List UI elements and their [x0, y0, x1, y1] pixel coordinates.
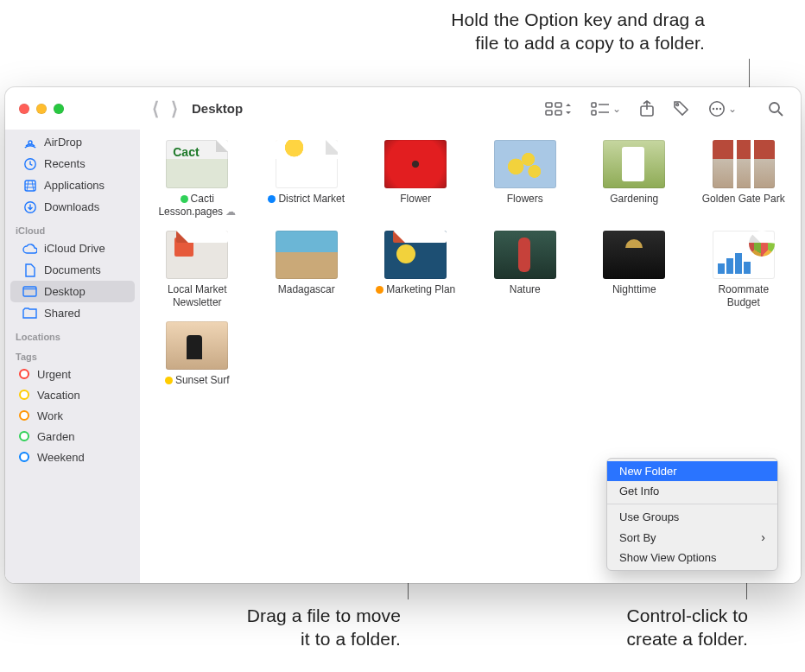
zoom-button[interactable] [54, 104, 64, 114]
file-item[interactable]: District Market [254, 140, 360, 219]
file-item[interactable]: RoommateBudget [691, 231, 797, 309]
file-item[interactable]: Madagascar [254, 231, 360, 309]
tag-dot-icon [19, 431, 29, 441]
sidebar-tag-weekend[interactable]: Weekend [5, 447, 140, 467]
window-title: Desktop [178, 101, 243, 116]
clock-icon [22, 156, 37, 171]
minimize-button[interactable] [36, 104, 47, 114]
svg-rect-0 [546, 103, 552, 107]
callout-top: Hold the Option key and drag a file to a… [359, 9, 705, 55]
sidebar-item-label: Shared [44, 307, 80, 320]
file-name: Madagascar [278, 283, 335, 296]
cloud-icon [22, 241, 37, 256]
sidebar-tag-work[interactable]: Work [5, 405, 140, 426]
tag-dot-icon [19, 452, 29, 462]
search-button[interactable] [768, 101, 783, 117]
file-name: Marketing Plan [376, 283, 455, 296]
tag-dot-icon [19, 369, 29, 379]
svg-point-12 [716, 107, 718, 109]
file-item[interactable]: Nature [472, 231, 579, 309]
file-thumbnail [713, 231, 775, 279]
sidebar-item-downloads[interactable]: Downloads [10, 196, 135, 218]
nav-buttons: ⟨ ⟩ [140, 99, 178, 117]
tag-label: Weekend [37, 451, 85, 464]
svg-point-9 [676, 104, 679, 106]
toolbar: ⟨ ⟩ Desktop ⌄ ⌄ [5, 87, 801, 130]
file-name: Nature [510, 283, 541, 296]
file-item[interactable]: Flower [363, 140, 469, 219]
file-thumbnail [713, 140, 775, 188]
sidebar-item-icloud-drive[interactable]: iCloud Drive [10, 238, 135, 259]
file-thumbnail [494, 231, 556, 279]
svg-point-13 [719, 107, 721, 109]
svg-rect-2 [546, 111, 552, 115]
file-item[interactable]: Flowers [472, 140, 579, 219]
more-button[interactable]: ⌄ [708, 100, 737, 117]
close-button[interactable] [19, 104, 29, 114]
back-button[interactable]: ⟨ [152, 99, 159, 117]
file-thumbnail [276, 231, 338, 279]
tag-button[interactable] [673, 100, 689, 117]
sidebar-item-recents[interactable]: Recents [10, 153, 135, 174]
context-menu: New Folder Get Info Use Groups Sort By› … [606, 458, 778, 571]
file-item[interactable]: Local MarketNewsletter [144, 231, 250, 309]
ctx-get-info[interactable]: Get Info [607, 481, 777, 501]
svg-rect-18 [25, 181, 35, 191]
sidebar-tag-vacation[interactable]: Vacation [5, 384, 140, 405]
file-name: CactiLesson.pages☁︎ [158, 193, 236, 219]
tag-label: Garden [37, 430, 74, 443]
ctx-sort-by[interactable]: Sort By› [607, 527, 777, 548]
content-area[interactable]: CactiLesson.pages☁︎District MarketFlower… [140, 130, 801, 583]
forward-button[interactable]: ⟩ [171, 99, 178, 117]
ctx-use-groups[interactable]: Use Groups [607, 507, 777, 527]
file-name: Local MarketNewsletter [168, 283, 227, 309]
tag-label: Urgent [37, 368, 71, 381]
file-thumbnail [166, 140, 228, 188]
svg-rect-1 [555, 103, 561, 107]
file-thumbnail [603, 140, 665, 188]
file-name: Sunset Surf [165, 374, 230, 387]
file-item[interactable]: Sunset Surf [144, 321, 250, 387]
file-item[interactable]: CactiLesson.pages☁︎ [144, 140, 250, 219]
file-thumbnail [603, 231, 665, 279]
file-name: Golden Gate Park [702, 193, 785, 206]
sidebar-item-label: Recents [44, 157, 86, 170]
sidebar-item-desktop[interactable]: Desktop [10, 281, 135, 302]
tag-label: Work [37, 409, 63, 422]
sidebar-item-label: Documents [44, 263, 101, 276]
sidebar-item-airdrop[interactable]: AirDrop [10, 131, 135, 153]
sidebar: AirDrop Recents Applications Downloads i… [5, 130, 140, 583]
sidebar-item-label: AirDrop [44, 136, 82, 149]
share-button[interactable] [640, 100, 654, 117]
file-item[interactable]: Nighttime [581, 231, 688, 309]
callout-bottom-left: Drag a file to move it to a folder. [176, 605, 401, 651]
svg-rect-3 [555, 111, 561, 115]
sidebar-section-locations: Locations [5, 324, 140, 344]
group-button[interactable]: ⌄ [591, 102, 621, 116]
file-thumbnail [166, 321, 228, 370]
sidebar-section-tags: Tags [5, 344, 140, 364]
svg-rect-4 [592, 103, 596, 107]
file-name: Gardening [610, 193, 658, 206]
sidebar-item-documents[interactable]: Documents [10, 259, 135, 281]
svg-rect-5 [592, 111, 596, 115]
sidebar-item-shared[interactable]: Shared [10, 302, 135, 324]
updown-icon [565, 102, 572, 116]
view-mode-button[interactable] [545, 102, 572, 116]
sidebar-tag-garden[interactable]: Garden [5, 426, 140, 447]
file-thumbnail [166, 231, 228, 279]
ctx-new-folder[interactable]: New Folder [607, 461, 777, 481]
finder-window: ⟨ ⟩ Desktop ⌄ ⌄ [5, 87, 801, 583]
file-item[interactable]: Gardening [581, 140, 688, 219]
ctx-view-options[interactable]: Show View Options [607, 548, 777, 567]
toolbar-right: ⌄ ⌄ [545, 100, 801, 117]
desktop-icon [22, 284, 37, 299]
svg-line-15 [778, 111, 783, 116]
sidebar-item-applications[interactable]: Applications [10, 174, 135, 196]
file-thumbnail [384, 140, 447, 188]
file-thumbnail [384, 231, 447, 279]
file-item[interactable]: Marketing Plan [363, 231, 469, 309]
sidebar-tag-urgent[interactable]: Urgent [5, 364, 140, 384]
file-item[interactable]: Golden Gate Park [691, 140, 797, 219]
ctx-separator [607, 504, 777, 504]
